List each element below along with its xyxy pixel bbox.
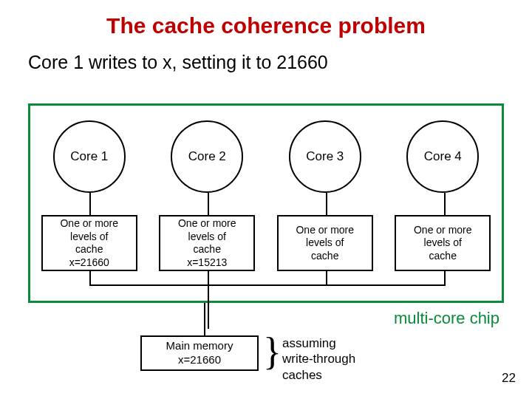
connector xyxy=(326,193,327,215)
slide-subtitle: Core 1 writes to x, setting it to 21660 xyxy=(0,38,532,73)
cache-2: One or more levels of cache x=15213 xyxy=(159,215,255,271)
bus-connector xyxy=(326,271,327,286)
connector xyxy=(89,193,91,215)
assumption-line: write-through xyxy=(282,351,355,366)
main-memory: Main memory x=21660 xyxy=(140,335,259,371)
cache-text: cache xyxy=(429,250,457,263)
cache-value: x=15213 xyxy=(187,256,227,270)
cache-text: levels of xyxy=(188,231,226,244)
cores-row: Core 1 Core 2 Core 3 Core 4 xyxy=(30,120,502,193)
memory-value: x=21660 xyxy=(178,353,221,367)
bus-connector xyxy=(208,271,209,286)
cache-3: One or more levels of cache xyxy=(277,215,373,271)
assumption-line: caches xyxy=(282,367,355,383)
cache-1: One or more levels of cache x=21660 xyxy=(41,215,137,271)
assumption-line: assuming xyxy=(282,335,355,351)
chip-label: multi-core chip xyxy=(394,309,499,328)
core-2: Core 2 xyxy=(171,120,243,193)
assumption-note: assuming write-through caches xyxy=(282,335,355,383)
slide-title: The cache coherence problem xyxy=(0,0,532,38)
cache-text: cache xyxy=(311,250,338,263)
page-number: 22 xyxy=(502,371,516,386)
core-1: Core 1 xyxy=(53,120,126,193)
bus-connector xyxy=(89,271,91,286)
cache-text: One or more xyxy=(296,224,354,237)
cache-text: levels of xyxy=(306,236,344,250)
caches-row: One or more levels of cache x=21660 One … xyxy=(30,215,502,271)
core-4: Core 4 xyxy=(406,120,479,193)
bus-line xyxy=(89,284,446,286)
connector xyxy=(444,193,446,215)
cache-text: levels of xyxy=(70,231,108,244)
memory-connector xyxy=(204,303,205,335)
bus-to-memory xyxy=(208,284,209,329)
core-3: Core 3 xyxy=(289,120,361,193)
bus-connector xyxy=(444,271,446,286)
cache-text: One or more xyxy=(178,217,236,231)
cache-text: cache xyxy=(75,243,103,256)
connector xyxy=(208,193,209,215)
brace-icon: } xyxy=(263,332,282,371)
cache-4: One or more levels of cache xyxy=(395,215,491,271)
chip-outline: Core 1 Core 2 Core 3 Core 4 One or more … xyxy=(28,103,504,303)
cache-text: cache xyxy=(194,243,221,256)
cache-value: x=21660 xyxy=(69,256,109,270)
cache-text: One or more xyxy=(60,217,118,231)
cache-text: levels of xyxy=(424,236,462,250)
cache-text: One or more xyxy=(414,224,472,237)
memory-label: Main memory xyxy=(166,339,233,353)
